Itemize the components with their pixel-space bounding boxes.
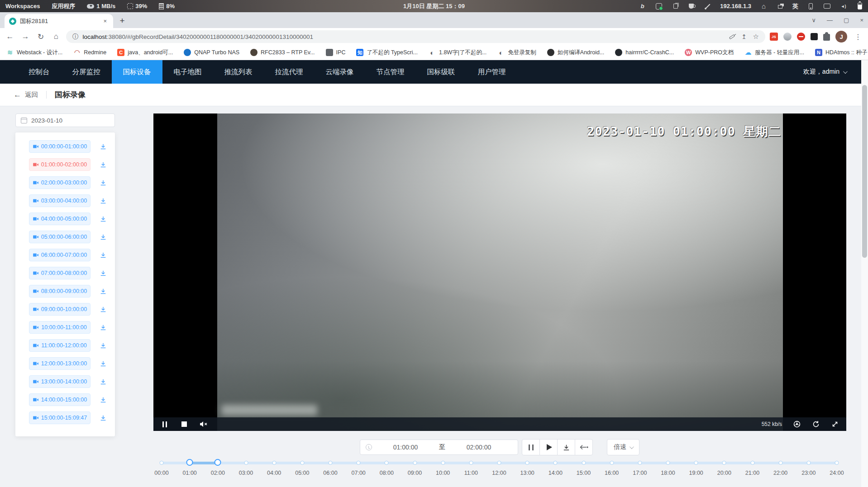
home-icon[interactable]: ⌂ <box>760 2 768 10</box>
reload-button[interactable]: ↻ <box>35 32 46 42</box>
download-record-button[interactable] <box>100 233 107 241</box>
tab-search-icon[interactable]: ∨ <box>812 17 816 24</box>
bookmark-item[interactable]: 如何编译Android... <box>547 49 605 57</box>
download-record-button[interactable] <box>100 414 107 421</box>
timeline-slider[interactable]: 00:0001:0002:0003:0004:0005:0006:0007:00… <box>162 458 837 479</box>
screenshot-app-icon[interactable] <box>655 2 663 10</box>
workspaces-button[interactable]: Workspaces <box>5 3 40 9</box>
workspaces-overview-icon[interactable] <box>776 2 784 10</box>
browser-tab[interactable]: 国标28181 × <box>5 14 113 28</box>
window-minimize-button[interactable]: — <box>827 17 833 24</box>
caffeine-icon[interactable] <box>687 2 695 10</box>
clock[interactable]: 1月10日 星期二 15：09 <box>403 2 465 10</box>
bookmark-star-icon[interactable]: ☆ <box>753 33 759 41</box>
refresh-icon[interactable] <box>812 421 820 428</box>
bookmark-item[interactable]: W WVP-PRO文档 <box>685 49 734 57</box>
record-time-tag[interactable]: 01:00:00-02:00:00 <box>29 158 91 171</box>
end-time-value[interactable]: 02:00:00 <box>445 444 512 451</box>
record-time-tag[interactable]: 10:00:00-11:00:00 <box>29 321 91 334</box>
record-time-tag[interactable]: 03:00:00-04:00:00 <box>29 194 91 207</box>
download-button[interactable] <box>557 439 575 455</box>
snapshot-icon[interactable] <box>793 421 801 428</box>
applications-menu[interactable]: 应用程序 <box>52 2 75 10</box>
record-time-tag[interactable]: 14:00:00-15:00:00 <box>29 393 91 406</box>
player-pause-icon[interactable] <box>161 421 169 428</box>
speed-dropdown[interactable]: 倍速 <box>607 439 639 455</box>
download-record-button[interactable] <box>100 396 107 403</box>
back-button[interactable]: ← <box>5 32 15 41</box>
download-record-button[interactable] <box>100 288 107 295</box>
video-surface[interactable] <box>217 113 783 431</box>
window-maximize-button[interactable]: ▢ <box>844 17 849 24</box>
bookmark-item[interactable]: 知 了不起的 TypeScri... <box>356 49 418 57</box>
bookmark-item[interactable]: ≋ Webstack - 设计... <box>6 49 62 57</box>
bookmark-item[interactable]: ◐ 免登录复制 <box>497 49 536 57</box>
record-time-tag[interactable]: 09:00:00-10:00:00 <box>29 303 91 316</box>
app-nav-tab[interactable]: 用户管理 <box>467 60 517 84</box>
bookmark-item[interactable]: ☁ 服务器 - 轻量应用... <box>744 49 804 57</box>
ip-address[interactable]: 192.168.1.3 <box>720 3 751 9</box>
record-time-tag[interactable]: 07:00:00-08:00:00 <box>29 267 91 279</box>
download-record-button[interactable] <box>100 215 107 222</box>
record-time-tag[interactable]: 11:00:00-12:00:00 <box>29 339 91 352</box>
player-stop-icon[interactable] <box>180 421 188 428</box>
timeline-handle[interactable] <box>186 459 193 466</box>
page-scrollbar[interactable] <box>861 60 868 487</box>
player-mute-icon[interactable] <box>200 421 208 428</box>
bookmark-item[interactable]: C java、android可... <box>117 49 173 57</box>
app-nav-tab[interactable]: 拉流代理 <box>264 60 315 84</box>
bookmark-item[interactable]: hairrrrr/C-CrashC... <box>615 49 674 56</box>
time-range-input[interactable]: 01:00:00 至 02:00:00 <box>360 440 518 455</box>
bookmark-item[interactable]: QNAP Turbo NAS <box>184 49 239 56</box>
download-record-button[interactable] <box>100 270 107 277</box>
app-nav-tab[interactable]: 推流列表 <box>213 60 264 84</box>
tray-b-icon[interactable]: b <box>639 2 646 10</box>
download-record-button[interactable] <box>100 324 107 331</box>
window-close-button[interactable]: × <box>860 17 863 24</box>
color-picker-icon[interactable] <box>704 2 711 10</box>
kdeconnect-icon[interactable] <box>807 2 815 10</box>
record-time-tag[interactable]: 13:00:00-14:00:00 <box>29 375 91 388</box>
bookmark-item[interactable]: N HDAtmos :: 种子 *... <box>815 49 868 57</box>
app-nav-tab[interactable]: 国标设备 <box>112 60 162 84</box>
timeline-handle[interactable] <box>215 459 221 466</box>
browser-menu-icon[interactable]: ⋮ <box>853 33 863 41</box>
share-icon[interactable]: ↥ <box>741 33 746 40</box>
download-record-button[interactable] <box>100 378 107 385</box>
site-info-icon[interactable]: ⓘ <box>72 33 79 41</box>
bookmark-item[interactable]: ◠ Redmine <box>73 49 106 56</box>
extensions-puzzle-icon[interactable] <box>823 34 830 41</box>
download-record-button[interactable] <box>100 179 107 186</box>
record-time-tag[interactable]: 06:00:00-07:00:00 <box>29 249 91 261</box>
fullscreen-icon[interactable] <box>831 421 839 428</box>
download-record-button[interactable] <box>100 306 107 313</box>
extension-gray-icon[interactable] <box>783 33 792 41</box>
record-time-tag[interactable]: 08:00:00-09:00:00 <box>29 285 91 298</box>
url-bar[interactable]: ⓘ localhost:38080/#/gbRecordDetail/34020… <box>66 30 765 43</box>
start-time-value[interactable]: 01:00:00 <box>372 444 439 451</box>
forward-button[interactable]: → <box>20 32 31 41</box>
download-record-button[interactable] <box>100 360 107 367</box>
app-nav-tab[interactable]: 国标级联 <box>416 60 467 84</box>
date-picker-input[interactable]: 2023-01-10 <box>15 113 115 127</box>
seek-back-button[interactable] <box>575 439 593 455</box>
play-button[interactable] <box>539 439 558 455</box>
download-record-button[interactable] <box>100 197 107 204</box>
record-time-tag[interactable]: 12:00:00-13:00:00 <box>29 357 91 370</box>
record-time-tag[interactable]: 04:00:00-05:00:00 <box>29 213 91 225</box>
download-record-button[interactable] <box>100 143 107 150</box>
bookmark-item[interactable]: IPC <box>326 49 346 56</box>
app-nav-tab[interactable]: 节点管理 <box>365 60 416 84</box>
bookmark-item[interactable]: ◐ 1.8W字|了不起的... <box>429 49 486 57</box>
page-back-button[interactable]: ← 返回 <box>14 90 38 99</box>
home-button[interactable]: ⌂ <box>51 32 62 41</box>
battery-icon[interactable] <box>856 2 863 10</box>
record-time-tag[interactable]: 15:00:00-15:09:47 <box>29 411 91 424</box>
record-time-tag[interactable]: 00:00:00-01:00:00 <box>29 140 91 153</box>
bookmark-item[interactable]: RFC2833 – RTP Ev... <box>250 49 315 56</box>
extension-adblock-icon[interactable] <box>797 33 805 41</box>
download-record-button[interactable] <box>100 342 107 349</box>
download-record-button[interactable] <box>100 251 107 259</box>
input-method-indicator[interactable]: 英 <box>792 2 798 10</box>
profile-avatar[interactable]: J <box>835 31 847 43</box>
